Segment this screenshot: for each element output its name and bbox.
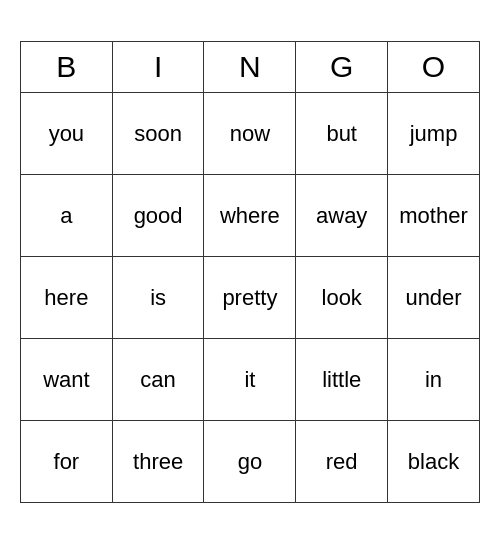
bingo-header-i: I <box>112 42 204 93</box>
bingo-cell-0-2: now <box>204 93 296 175</box>
bingo-cell-1-2: where <box>204 175 296 257</box>
bingo-cell-3-2: it <box>204 339 296 421</box>
bingo-cell-4-0: for <box>21 421 113 503</box>
bingo-cell-1-4: mother <box>388 175 480 257</box>
bingo-cell-0-0: you <box>21 93 113 175</box>
bingo-header-o: O <box>388 42 480 93</box>
bingo-cell-4-3: red <box>296 421 388 503</box>
bingo-cell-0-3: but <box>296 93 388 175</box>
bingo-cell-2-2: pretty <box>204 257 296 339</box>
bingo-cell-2-0: here <box>21 257 113 339</box>
bingo-cell-4-2: go <box>204 421 296 503</box>
bingo-cell-0-4: jump <box>388 93 480 175</box>
bingo-cell-1-3: away <box>296 175 388 257</box>
bingo-cell-2-4: under <box>388 257 480 339</box>
header-row: BINGO <box>21 42 480 93</box>
bingo-cell-3-4: in <box>388 339 480 421</box>
bingo-cell-3-3: little <box>296 339 388 421</box>
bingo-row-4: forthreegoredblack <box>21 421 480 503</box>
bingo-header-g: G <box>296 42 388 93</box>
bingo-cell-1-1: good <box>112 175 204 257</box>
bingo-row-0: yousoonnowbutjump <box>21 93 480 175</box>
bingo-row-1: agoodwhereawaymother <box>21 175 480 257</box>
bingo-cell-4-1: three <box>112 421 204 503</box>
bingo-cell-4-4: black <box>388 421 480 503</box>
bingo-cell-0-1: soon <box>112 93 204 175</box>
bingo-cell-1-0: a <box>21 175 113 257</box>
bingo-row-3: wantcanitlittlein <box>21 339 480 421</box>
bingo-table: BINGO yousoonnowbutjumpagoodwhereawaymot… <box>20 41 480 503</box>
bingo-cell-3-0: want <box>21 339 113 421</box>
bingo-cell-3-1: can <box>112 339 204 421</box>
bingo-cell-2-3: look <box>296 257 388 339</box>
bingo-header-n: N <box>204 42 296 93</box>
bingo-row-2: hereisprettylookunder <box>21 257 480 339</box>
bingo-header-b: B <box>21 42 113 93</box>
bingo-board: BINGO yousoonnowbutjumpagoodwhereawaymot… <box>20 41 480 503</box>
bingo-cell-2-1: is <box>112 257 204 339</box>
